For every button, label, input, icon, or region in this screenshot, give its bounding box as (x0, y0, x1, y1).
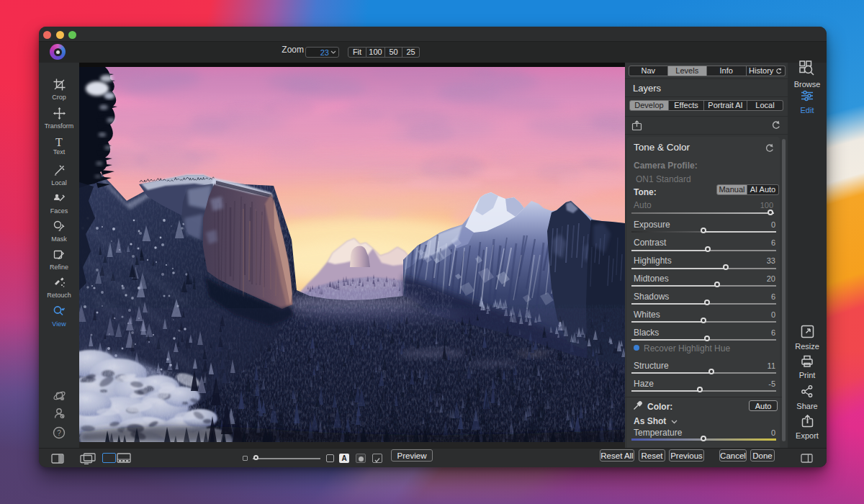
svg-text:?: ? (57, 429, 61, 437)
